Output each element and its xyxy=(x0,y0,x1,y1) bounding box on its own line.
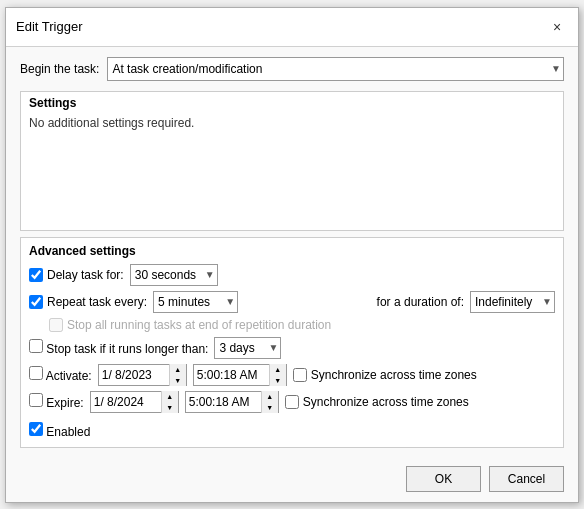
repeat-task-label[interactable]: Repeat task every: xyxy=(29,295,147,309)
stop-task-label[interactable]: Stop task if it runs longer than: xyxy=(29,339,208,356)
advanced-label: Advanced settings xyxy=(29,244,555,258)
expire-label[interactable]: Expire: xyxy=(29,393,84,410)
stop-task-checkbox[interactable] xyxy=(29,339,43,353)
delay-task-select-wrapper: 30 seconds 1 minute 15 minutes 30 minute… xyxy=(130,264,218,286)
no-settings-text: No additional settings required. xyxy=(29,116,555,130)
duration-select[interactable]: Indefinitely 15 minutes 30 minutes 1 hou… xyxy=(470,291,555,313)
expire-date-field[interactable] xyxy=(91,392,161,412)
activate-label[interactable]: Activate: xyxy=(29,366,92,383)
expire-sync-label[interactable]: Synchronize across time zones xyxy=(285,395,469,409)
activate-checkbox[interactable] xyxy=(29,366,43,380)
expire-time-down[interactable]: ▼ xyxy=(262,402,278,413)
expire-date-spin: ▲ ▼ xyxy=(161,391,178,413)
duration-select-wrapper: Indefinitely 15 minutes 30 minutes 1 hou… xyxy=(470,291,555,313)
close-button[interactable]: × xyxy=(546,16,568,38)
stop-running-label: Stop all running tasks at end of repetit… xyxy=(67,318,331,332)
expire-row: Expire: ▲ ▼ ▲ ▼ xyxy=(29,391,555,413)
repeat-task-select[interactable]: 5 minutes 10 minutes 15 minutes 30 minut… xyxy=(153,291,238,313)
enabled-label[interactable]: Enabled xyxy=(29,422,90,439)
activate-sync-checkbox[interactable] xyxy=(293,368,307,382)
activate-date-input[interactable]: ▲ ▼ xyxy=(98,364,187,386)
expire-date-down[interactable]: ▼ xyxy=(162,402,178,413)
stop-running-checkbox[interactable] xyxy=(49,318,63,332)
expire-time-spin: ▲ ▼ xyxy=(261,391,278,413)
delay-task-label[interactable]: Delay task for: xyxy=(29,268,124,282)
delay-task-select[interactable]: 30 seconds 1 minute 15 minutes 30 minute… xyxy=(130,264,218,286)
delay-task-checkbox[interactable] xyxy=(29,268,43,282)
dialog-body: Begin the task: At task creation/modific… xyxy=(6,47,578,458)
activate-time-up[interactable]: ▲ xyxy=(270,364,286,375)
duration-label: for a duration of: xyxy=(377,295,464,309)
delay-task-row: Delay task for: 30 seconds 1 minute 15 m… xyxy=(29,264,555,286)
expire-date-input[interactable]: ▲ ▼ xyxy=(90,391,179,413)
settings-label: Settings xyxy=(29,96,555,110)
activate-time-input[interactable]: ▲ ▼ xyxy=(193,364,287,386)
enabled-row: Enabled xyxy=(29,418,555,439)
edit-trigger-dialog: Edit Trigger × Begin the task: At task c… xyxy=(5,7,579,503)
begin-task-label: Begin the task: xyxy=(20,62,99,76)
settings-section: Settings No additional settings required… xyxy=(20,91,564,231)
stop-task-select[interactable]: 3 days 1 hour 2 hours 4 hours 1 day xyxy=(214,337,281,359)
stop-running-row: Stop all running tasks at end of repetit… xyxy=(29,318,555,332)
activate-sync-label[interactable]: Synchronize across time zones xyxy=(293,368,477,382)
dialog-title: Edit Trigger xyxy=(16,19,82,34)
activate-date-down[interactable]: ▼ xyxy=(170,375,186,386)
expire-sync-checkbox[interactable] xyxy=(285,395,299,409)
stop-task-select-wrapper: 3 days 1 hour 2 hours 4 hours 1 day ▼ xyxy=(214,337,281,359)
title-bar: Edit Trigger × xyxy=(6,8,578,47)
begin-task-select[interactable]: At task creation/modification On a sched… xyxy=(107,57,564,81)
repeat-task-row: Repeat task every: 5 minutes 10 minutes … xyxy=(29,291,555,313)
expire-date-up[interactable]: ▲ xyxy=(162,391,178,402)
activate-time-field[interactable] xyxy=(194,365,269,385)
expire-time-field[interactable] xyxy=(186,392,261,412)
activate-date-spin: ▲ ▼ xyxy=(169,364,186,386)
ok-button[interactable]: OK xyxy=(406,466,481,492)
advanced-section: Advanced settings Delay task for: 30 sec… xyxy=(20,237,564,448)
begin-task-row: Begin the task: At task creation/modific… xyxy=(20,57,564,81)
repeat-task-select-wrapper: 5 minutes 10 minutes 15 minutes 30 minut… xyxy=(153,291,238,313)
expire-time-up[interactable]: ▲ xyxy=(262,391,278,402)
activate-time-spin: ▲ ▼ xyxy=(269,364,286,386)
activate-date-field[interactable] xyxy=(99,365,169,385)
stop-task-row: Stop task if it runs longer than: 3 days… xyxy=(29,337,555,359)
repeat-task-checkbox[interactable] xyxy=(29,295,43,309)
cancel-button[interactable]: Cancel xyxy=(489,466,564,492)
button-row: OK Cancel xyxy=(6,458,578,502)
expire-checkbox[interactable] xyxy=(29,393,43,407)
begin-task-select-wrapper: At task creation/modification On a sched… xyxy=(107,57,564,81)
activate-row: Activate: ▲ ▼ ▲ ▼ xyxy=(29,364,555,386)
activate-date-up[interactable]: ▲ xyxy=(170,364,186,375)
expire-time-input[interactable]: ▲ ▼ xyxy=(185,391,279,413)
activate-time-down[interactable]: ▼ xyxy=(270,375,286,386)
enabled-checkbox[interactable] xyxy=(29,422,43,436)
